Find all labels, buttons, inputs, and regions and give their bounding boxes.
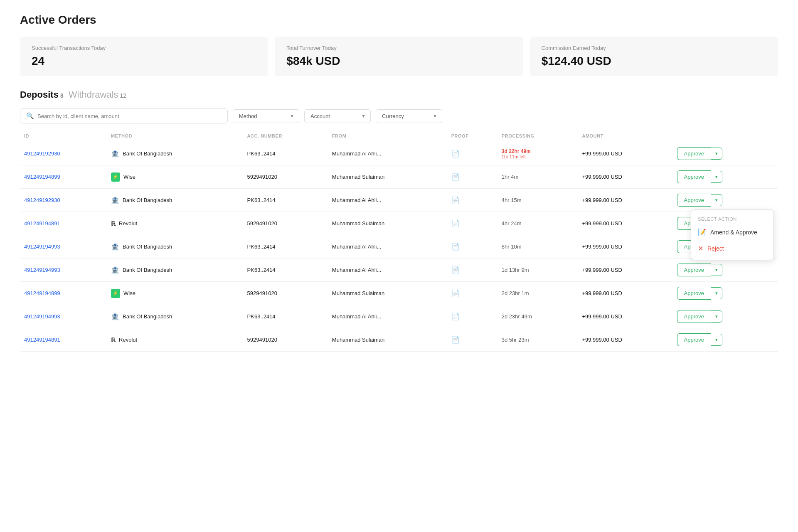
processing-time-sub: 1hr 11m left — [502, 154, 574, 159]
currency-filter[interactable]: Currency USD EUR GBP — [376, 109, 442, 123]
order-id-link[interactable]: 491249194993 — [24, 244, 60, 250]
method-name: Wise — [123, 174, 135, 180]
proof-document-icon[interactable]: 📄 — [451, 243, 460, 250]
cell-processing: 2d 23hr 49m — [498, 305, 578, 328]
page-container: Active Orders Successful Transactions To… — [0, 0, 798, 365]
cell-id: 491249194993 — [20, 305, 107, 328]
amend-icon: 📝 — [698, 228, 706, 236]
cell-from: Muhammad Al Ahli... — [328, 305, 447, 328]
processing-time: 2d 23hr 49m — [502, 313, 574, 320]
table-body: 491249192930🏦Bank Of BangladeshPK63..241… — [20, 142, 778, 352]
order-id-link[interactable]: 491249194899 — [24, 290, 60, 296]
method-name: Revolut — [119, 337, 137, 343]
cell-acc-number: PK63..2414 — [243, 142, 328, 165]
action-dropdown-button[interactable]: ▾ — [711, 310, 722, 323]
action-dropdown-button[interactable]: ▾ — [711, 148, 722, 160]
col-amount: AMOUNT — [578, 130, 672, 142]
cell-from: Muhammad Al Ahli... — [328, 189, 447, 212]
table-row: 491249194891ℝRevolut5929491020Muhammad S… — [20, 328, 778, 352]
dropdown-menu-item-amend-approve[interactable]: 📝Amend & Approve — [691, 224, 773, 240]
approve-button[interactable]: Approve — [677, 310, 711, 323]
cell-amount: +99,999.00 USD — [578, 189, 672, 212]
table-row: 491249192930🏦Bank Of BangladeshPK63..241… — [20, 189, 778, 212]
cell-amount: +99,999.00 USD — [578, 165, 672, 189]
approve-button[interactable]: Approve — [677, 147, 711, 160]
action-dropdown-button[interactable]: ▾ — [711, 194, 722, 206]
cell-processing: 1d 13hr 9m — [498, 259, 578, 282]
proof-document-icon[interactable]: 📄 — [451, 336, 460, 343]
cell-method: ℝRevolut — [107, 328, 243, 352]
stat-label-commission: Commission Earned Today — [542, 45, 766, 51]
approve-button[interactable]: Approve — [677, 264, 711, 276]
method-name: Bank Of Bangladesh — [123, 313, 172, 320]
dropdown-menu-title: SELECT ACTION — [691, 213, 773, 224]
stat-card-turnover: Total Turnover Today $84k USD — [275, 37, 523, 76]
cell-processing: 3d 22hr 49m1hr 11m left — [498, 142, 578, 165]
order-id-link[interactable]: 491249194891 — [24, 220, 60, 227]
revolut-icon: ℝ — [111, 220, 116, 227]
cell-acc-number: PK63..2414 — [243, 235, 328, 259]
cell-amount: +99,999.00 USD — [578, 235, 672, 259]
cell-method: 🏦Bank Of Bangladesh — [107, 142, 243, 165]
processing-time: 4hr 15m — [502, 197, 574, 203]
proof-document-icon[interactable]: 📄 — [451, 290, 460, 297]
cell-amount: +99,999.00 USD — [578, 259, 672, 282]
tab-withdrawals[interactable]: Withdrawals12 — [69, 89, 126, 100]
cell-processing: 2d 23hr 1m — [498, 282, 578, 305]
order-id-link[interactable]: 491249194891 — [24, 337, 60, 343]
proof-document-icon[interactable]: 📄 — [451, 197, 460, 204]
cell-acc-number: PK63..2414 — [243, 189, 328, 212]
order-id-link[interactable]: 491249192930 — [24, 150, 60, 157]
stat-value-commission: $124.40 USD — [542, 54, 766, 68]
cell-from: Muhammad Al Ahli... — [328, 142, 447, 165]
order-id-link[interactable]: 491249194993 — [24, 313, 60, 320]
revolut-icon: ℝ — [111, 337, 116, 343]
action-dropdown-button[interactable]: ▾ — [711, 287, 722, 299]
search-input[interactable] — [37, 113, 222, 119]
col-proof: PROOF — [447, 130, 498, 142]
cell-actions: Approve▾ — [673, 259, 778, 282]
method-filter-wrapper: Method Bank Transfer Wise Revolut ▼ — [233, 109, 299, 123]
account-filter[interactable]: Account — [304, 109, 371, 123]
method-filter[interactable]: Method Bank Transfer Wise Revolut — [233, 109, 299, 123]
cell-proof: 📄 — [447, 165, 498, 189]
action-dropdown-menu: SELECT ACTION📝Amend & Approve✕Reject — [691, 209, 774, 260]
approve-button[interactable]: Approve — [677, 194, 711, 207]
dropdown-menu-item-reject[interactable]: ✕Reject — [691, 240, 773, 256]
stat-value-turnover: $84k USD — [286, 54, 511, 68]
cell-amount: +99,999.00 USD — [578, 212, 672, 235]
order-id-link[interactable]: 491249192930 — [24, 197, 60, 203]
dropdown-item-label: Amend & Approve — [710, 229, 757, 236]
cell-actions: Approve▾ — [673, 328, 778, 352]
approve-button[interactable]: Approve — [677, 170, 711, 183]
col-actions — [673, 130, 778, 142]
proof-document-icon[interactable]: 📄 — [451, 266, 460, 273]
table-header: ID METHOD ACC. NUMBER FROM PROOF PROCESS… — [20, 130, 778, 142]
wise-icon: ⚡ — [111, 172, 120, 182]
cell-actions: Approve▾SELECT ACTION📝Amend & Approve✕Re… — [673, 189, 778, 212]
order-id-link[interactable]: 491249194993 — [24, 267, 60, 273]
stat-label-turnover: Total Turnover Today — [286, 45, 511, 51]
cell-acc-number: 5929491020 — [243, 165, 328, 189]
action-dropdown-button[interactable]: ▾ — [711, 334, 722, 346]
proof-document-icon[interactable]: 📄 — [451, 173, 460, 180]
cell-proof: 📄 — [447, 189, 498, 212]
table-row: 491249192930🏦Bank Of BangladeshPK63..241… — [20, 142, 778, 165]
cell-id: 491249194899 — [20, 165, 107, 189]
action-dropdown-button[interactable]: ▾ — [711, 171, 722, 183]
order-id-link[interactable]: 491249194899 — [24, 174, 60, 180]
tab-deposits[interactable]: Deposits8 — [20, 89, 64, 100]
proof-document-icon[interactable]: 📄 — [451, 313, 460, 320]
proof-document-icon[interactable]: 📄 — [451, 150, 460, 157]
tab-deposits-count: 8 — [60, 92, 64, 99]
cell-actions: Approve▾ — [673, 142, 778, 165]
processing-time: 1hr 4m — [502, 174, 574, 180]
cell-id: 491249194891 — [20, 328, 107, 352]
action-dropdown-button[interactable]: ▾ — [711, 264, 722, 276]
col-id: ID — [20, 130, 107, 142]
proof-document-icon[interactable]: 📄 — [451, 220, 460, 227]
cell-acc-number: PK63..2414 — [243, 305, 328, 328]
approve-button[interactable]: Approve — [677, 333, 711, 346]
page-title: Active Orders — [20, 13, 778, 27]
approve-button[interactable]: Approve — [677, 287, 711, 300]
